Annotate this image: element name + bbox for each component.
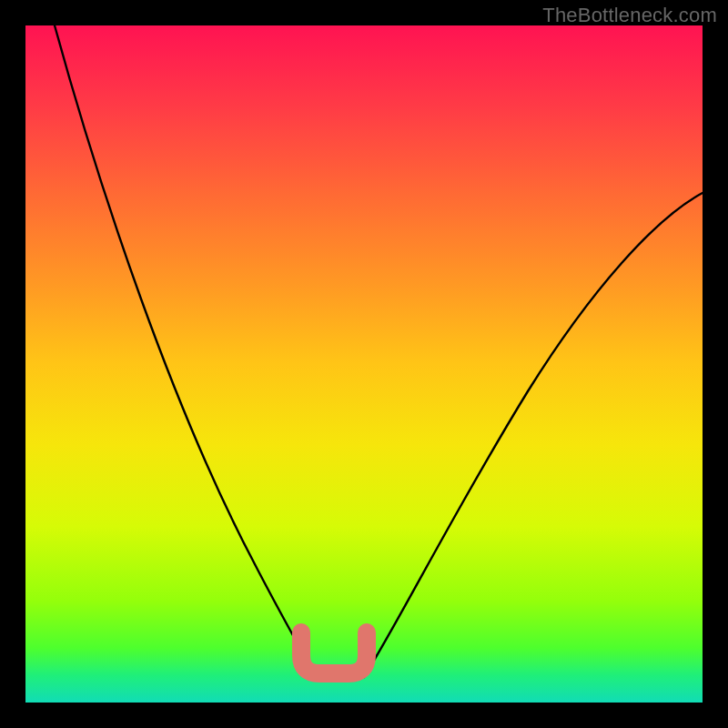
gradient-panel [25, 25, 703, 703]
watermark-text: TheBottleneck.com [542, 4, 717, 27]
bottleneck-chart [0, 0, 728, 728]
chart-stage: TheBottleneck.com [0, 0, 728, 728]
